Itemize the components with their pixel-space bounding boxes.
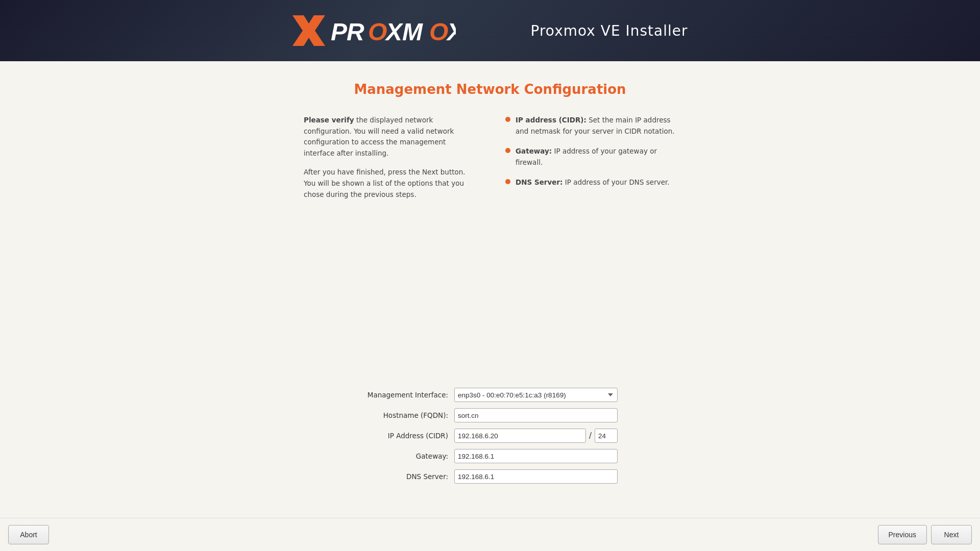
nav-buttons: Previous Next — [878, 525, 972, 544]
svg-marker-0 — [292, 15, 325, 46]
management-interface-select[interactable]: enp3s0 - 00:e0:70:e5:1c:a3 (r8169) — [454, 388, 618, 402]
management-interface-row: Management Interface: enp3s0 - 00:e0:70:… — [362, 388, 618, 402]
bottom-bar: Abort Previous Next — [0, 518, 980, 551]
bullet-label-3: DNS Server: — [516, 178, 562, 186]
logo-svg: PR O XM O X — [292, 13, 456, 48]
svg-text:PR: PR — [331, 18, 364, 45]
cidr-row: / — [454, 429, 618, 443]
bullet-text-3: DNS Server: IP address of your DNS serve… — [516, 177, 676, 188]
abort-button[interactable]: Abort — [8, 525, 49, 544]
hostname-label: Hostname (FQDN): — [362, 411, 454, 419]
svg-text:O: O — [368, 18, 387, 45]
info-paragraph-2: After you have finished, press the Next … — [304, 167, 475, 200]
cidr-prefix-input[interactable] — [595, 429, 618, 443]
svg-text:XM: XM — [384, 18, 423, 45]
proxmox-logo: PR O XM O X — [292, 13, 456, 48]
svg-text:O: O — [429, 18, 448, 45]
next-button[interactable]: Next — [931, 525, 972, 544]
hostname-row: Hostname (FQDN): — [362, 408, 618, 422]
ip-address-row: IP Address (CIDR) / — [362, 429, 618, 443]
form-section: Management Interface: enp3s0 - 00:e0:70:… — [362, 388, 618, 490]
please-verify-bold: Please verify — [304, 116, 354, 124]
gateway-input[interactable] — [454, 449, 618, 463]
bullet-dns: DNS Server: IP address of your DNS serve… — [505, 177, 676, 188]
management-interface-label: Management Interface: — [362, 391, 454, 399]
gateway-label: Gateway: — [362, 452, 454, 460]
hostname-input[interactable] — [454, 408, 618, 422]
info-section: Please verify the displayed network conf… — [304, 115, 676, 208]
installer-title: Proxmox VE Installer — [531, 22, 688, 39]
page-title: Management Network Configuration — [354, 82, 626, 97]
bullet-text-2: Gateway: IP address of your gateway or f… — [516, 146, 676, 168]
info-right: IP address (CIDR): Set the main IP addre… — [505, 115, 676, 208]
bullet-text-1: IP address (CIDR): Set the main IP addre… — [516, 115, 676, 137]
bullet-label-1: IP address (CIDR): — [516, 116, 586, 124]
info-paragraph-1: Please verify the displayed network conf… — [304, 115, 475, 159]
info-left: Please verify the displayed network conf… — [304, 115, 475, 208]
main-content: Management Network Configuration Please … — [0, 61, 980, 249]
bullet-label-2: Gateway: — [516, 147, 552, 155]
ip-address-input[interactable] — [454, 429, 586, 443]
ip-address-label: IP Address (CIDR) — [362, 432, 454, 440]
cidr-slash: / — [589, 431, 592, 440]
bullet-ip-address: IP address (CIDR): Set the main IP addre… — [505, 115, 676, 137]
dns-input[interactable] — [454, 469, 618, 484]
dns-row: DNS Server: — [362, 469, 618, 484]
dns-label: DNS Server: — [362, 472, 454, 481]
bullet-gateway: Gateway: IP address of your gateway or f… — [505, 146, 676, 168]
svg-text:X: X — [446, 18, 456, 45]
bullet-dot-2 — [505, 148, 510, 153]
bullet-dot-1 — [505, 117, 510, 122]
previous-button[interactable]: Previous — [878, 525, 927, 544]
header-banner: PR O XM O X Proxmox VE Installer — [0, 0, 980, 61]
gateway-row: Gateway: — [362, 449, 618, 463]
bullet-dot-3 — [505, 179, 510, 184]
